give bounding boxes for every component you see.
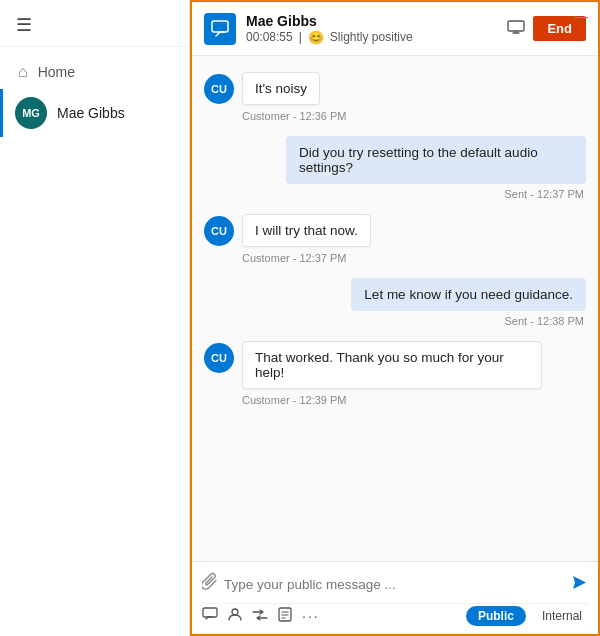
customer-meta-2: Customer - 12:37 PM — [242, 252, 586, 264]
more-options-icon[interactable]: ··· — [302, 608, 320, 624]
message-row-2: Did you try resetting to the default aud… — [204, 136, 586, 184]
message-row-4: Let me know if you need guidance. — [204, 278, 586, 311]
sidebar-header: ☰ — [0, 0, 189, 47]
hamburger-icon[interactable]: ☰ — [16, 15, 32, 35]
notes-icon[interactable] — [278, 607, 292, 626]
sidebar-nav: ⌂ Home MG Mae Gibbs — [0, 47, 189, 145]
customer-avatar-1: CU — [204, 74, 234, 104]
chat-input-area: ··· Public Internal — [192, 561, 598, 634]
message-row-1: CU It's noisy — [204, 72, 586, 105]
tab-internal[interactable]: Internal — [536, 606, 588, 626]
home-icon: ⌂ — [18, 63, 28, 81]
chat-panel: — Mae Gibbs 00:08:55 | 😊 Slightly positi… — [190, 0, 600, 636]
attachment-icon[interactable] — [202, 572, 218, 597]
customer-bubble-3: That worked. Thank you so much for your … — [242, 341, 542, 389]
customer-avatar-2: CU — [204, 216, 234, 246]
contact-name: Mae Gibbs — [57, 105, 125, 121]
sentiment-icon: 😊 — [308, 30, 324, 45]
svg-rect-2 — [203, 608, 217, 617]
chat-messages: CU It's noisy Customer - 12:36 PM Did yo… — [192, 56, 598, 561]
svg-point-3 — [232, 609, 238, 615]
sent-timestamp-1: Sent - 12:37 PM — [204, 188, 586, 200]
transfer-icon[interactable] — [252, 607, 268, 625]
chat-header: Mae Gibbs 00:08:55 | 😊 Slightly positive… — [192, 2, 598, 56]
quick-reply-icon[interactable] — [202, 607, 218, 625]
chat-icon — [204, 13, 236, 45]
agent-bubble-2: Let me know if you need guidance. — [351, 278, 586, 311]
monitor-icon[interactable] — [507, 20, 525, 38]
sidebar: ☰ ⌂ Home MG Mae Gibbs — [0, 0, 190, 636]
sidebar-item-home[interactable]: ⌂ Home — [0, 55, 189, 89]
chat-input-row — [202, 568, 588, 603]
chat-contact-name: Mae Gibbs — [246, 13, 497, 29]
customer-avatar-3: CU — [204, 343, 234, 373]
chat-header-info: Mae Gibbs 00:08:55 | 😊 Slightly positive — [246, 13, 497, 45]
customer-bubble-2: I will try that now. — [242, 214, 371, 247]
send-icon[interactable] — [571, 574, 588, 596]
chat-duration: 00:08:55 — [246, 30, 293, 44]
tab-public[interactable]: Public — [466, 606, 526, 626]
svg-rect-1 — [508, 21, 524, 31]
svg-rect-0 — [212, 21, 228, 32]
separator: | — [299, 30, 302, 44]
customer-meta-3: Customer - 12:39 PM — [242, 394, 586, 406]
contact-icon[interactable] — [228, 607, 242, 626]
message-row-3: CU I will try that now. — [204, 214, 586, 247]
sent-timestamp-2: Sent - 12:38 PM — [204, 315, 586, 327]
message-row-5: CU That worked. Thank you so much for yo… — [204, 341, 586, 389]
sidebar-item-contact[interactable]: MG Mae Gibbs — [0, 89, 189, 137]
agent-bubble-1: Did you try resetting to the default aud… — [286, 136, 586, 184]
minimize-icon[interactable]: — — [574, 8, 588, 24]
chat-toolbar: ··· Public Internal — [202, 603, 588, 630]
chat-header-meta: 00:08:55 | 😊 Slightly positive — [246, 30, 497, 45]
customer-bubble-1: It's noisy — [242, 72, 320, 105]
sidebar-home-label: Home — [38, 64, 75, 80]
contact-avatar: MG — [15, 97, 47, 129]
sentiment-label: Slightly positive — [330, 30, 413, 44]
customer-meta-1: Customer - 12:36 PM — [242, 110, 586, 122]
chat-input-field[interactable] — [224, 577, 565, 592]
